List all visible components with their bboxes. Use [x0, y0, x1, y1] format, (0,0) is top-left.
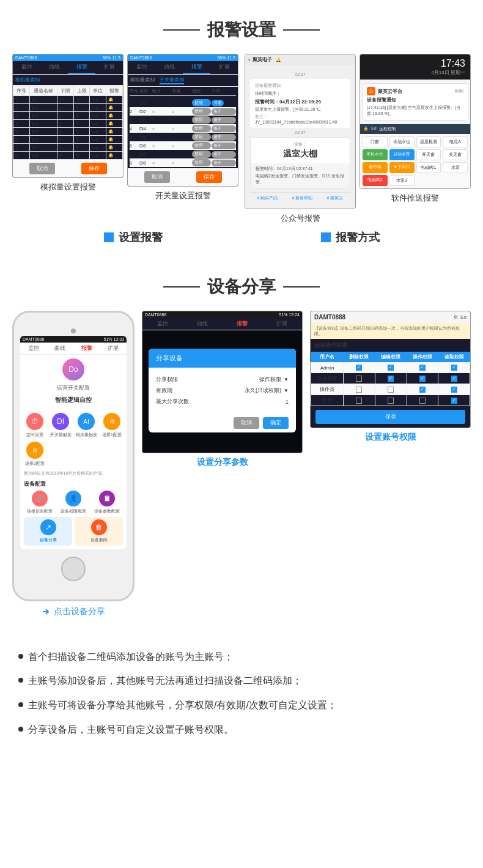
menu-analog-trigger[interactable]: AI 模拟量触发	[75, 413, 97, 438]
chat-actions[interactable]: # 购买产品 # 服务帮助 # 聚英云	[250, 192, 350, 204]
dialog-body: 分享权限 操作权限 ▼ 有效期 永久(只读权限)	[149, 368, 296, 414]
menu-link-config[interactable]: 🔗 链接信息配置	[24, 491, 55, 514]
ctrl-header: 🔒Eα远程控制	[360, 124, 470, 134]
ctrl-grid: 门窗 水池水位 温度检测 电流A 米粒水分 启动全部 开天窗 关天窗 卷帘幕 ▼…	[360, 134, 470, 188]
menu-param-config[interactable]: 📋 设备参数配置	[92, 491, 123, 514]
notif-items: 云 聚英云平台 刚刚 设备报警通知 [17:43:16] [温室大棚] 空气温度…	[360, 80, 470, 124]
alarm-tab-label[interactable]: 模拟量类别	[13, 75, 123, 86]
wechat-label: 公众号报警	[245, 213, 356, 224]
bullet-dot-2	[18, 702, 23, 707]
share-dialog-tabs: 监控 曲线 报警 扩展	[142, 318, 302, 330]
tab-monitor-big[interactable]: 监控	[20, 343, 47, 354]
bullet-item-3: 分享设备后，主账号可自定义设置子账号权限。	[18, 722, 465, 738]
tab-alarm[interactable]: 报警	[68, 61, 95, 74]
tab-curve[interactable]: 曲线	[40, 61, 68, 74]
device-subtitle: 运营开关配置	[24, 384, 123, 392]
share-dialog-wrapper: DAMT088851% 13:24 监控 曲线 报警 扩展 分享设备	[142, 311, 303, 617]
chat-content: 02:37 设备报警通知 按时间顺序： 报警时间：04月12日 22:19:29…	[245, 65, 355, 209]
app-push-screenshot: 17:43 4月13日 星期一 云 聚英云平台 刚刚 设备报警通知 [17:43…	[359, 54, 471, 224]
tab-curve-2[interactable]: 曲线	[155, 61, 183, 74]
menu-delete[interactable]: 🗑 设备删除	[75, 517, 123, 546]
big-phone: DAMT088851% 13:33 监控 曲线 报警 扩展 Do 运营开关配置	[12, 311, 135, 601]
tab-expand[interactable]: 扩展	[95, 61, 123, 74]
bullet-dot-0	[18, 654, 23, 659]
dialog-row-permission: 分享权限 操作权限 ▼	[156, 376, 289, 384]
dialog-confirm-btn[interactable]: 确定	[263, 417, 289, 429]
analog-save-btn[interactable]: 保存	[81, 163, 107, 174]
share-dialog-box: 分享设备 分享权限 操作权限 ▼ 有效期	[149, 349, 296, 432]
tab-expand-2[interactable]: 扩展	[210, 61, 238, 74]
feature-tags-row: 设置报警 报警方式	[12, 230, 471, 245]
menu-scene2[interactable]: ⚙ 场景2配置	[24, 442, 46, 467]
phone-camera	[71, 328, 76, 333]
perm-warning-text: 【设备协知】设备二维码只能扫码添加一次，当前添加的用户权限认为所有权限。	[311, 323, 470, 339]
perm-phone-header: DAMT0888 ⚙ Eα	[311, 311, 470, 323]
menu-timer[interactable]: ⏱ 定时设置	[24, 413, 46, 438]
share-dialog-overlay: 分享设备 分享权限 操作权限 ▼ 有效期	[142, 330, 302, 453]
tab-expand-big[interactable]: 扩展	[100, 343, 127, 354]
switch-save-btn[interactable]: 保存	[196, 171, 222, 183]
analog-alarm-screenshot: DAMT088856% 11:3 监控 曲线 报警 扩展 模拟量类别 序号通道名…	[12, 54, 124, 224]
dialog-title: 分享设备	[149, 349, 296, 368]
alarm-section-title: 报警设置	[12, 18, 471, 42]
menu-perm-config[interactable]: 👤 设备权限配置	[57, 491, 89, 514]
tab-curve-big[interactable]: 曲线	[47, 343, 74, 354]
feature-tag-set-alarm: 设置报警	[104, 230, 163, 245]
switch-table-body: 1DI1○○使能导通 2DI2○○禁用断开 3DI3○○禁用断开 4DI4○○禁…	[128, 97, 238, 168]
phone-home-button[interactable]	[61, 557, 86, 581]
big-phone-screen: DAMT088851% 13:33 监控 曲线 报警 扩展 Do 运营开关配置	[20, 336, 127, 549]
bullet-dot-3	[18, 727, 23, 732]
share-dialog-phone: DAMT088851% 13:24 监控 曲线 报警 扩展 分享设备	[142, 311, 303, 453]
perm-row-clerk: 文员	[311, 395, 470, 406]
device-config-label: 设备配置	[20, 479, 127, 491]
status-bar-2: DAMT088856% 11:3	[128, 54, 238, 61]
perm-row-operator: 操作员	[311, 384, 470, 395]
tab-monitor-2[interactable]: 监控	[128, 61, 155, 74]
switch-cancel-btn[interactable]: 取消	[144, 171, 170, 183]
device-icon-area: Do 运营开关配置 智能逻辑自控	[20, 355, 127, 413]
perm-table-phone: DAMT0888 ⚙ Eα 【设备协知】设备二维码只能扫码添加一次，当前添加的用…	[310, 311, 471, 428]
dialog-cancel-btn[interactable]: 取消	[234, 417, 259, 429]
auto-control-label: 智能逻辑自控	[24, 396, 123, 404]
switch-table-header: 序号通道断开导通使能方式	[128, 87, 238, 97]
menu-switch-trigger[interactable]: DI 开关量触发	[50, 413, 72, 438]
tab-alarm-2[interactable]: 报警	[183, 61, 210, 74]
tab-monitor[interactable]: 监控	[13, 61, 40, 74]
dialog-row-validity: 有效期 永久(只读权限) ▼	[156, 387, 289, 395]
arrow-icon	[42, 607, 51, 617]
share-click-label: 点击设备分享	[54, 606, 105, 617]
bullet-section: 首个扫描设备二维码添加设备的账号为主账号； 主账号添加设备后，其他账号无法再通过…	[0, 637, 483, 764]
analog-btn-row: 取消 保存	[13, 160, 123, 177]
share-section: 设备分享 DAMT088851% 13:33 监控 曲线 报警 扩展	[0, 269, 483, 637]
chat-device-card-1: 设备报警通知 按时间顺序： 报警时间：04月12日 22:19:29 温度发生上…	[250, 79, 350, 128]
dialog-btn-row: 取消 确定	[149, 414, 296, 432]
status-bar-1: DAMT088856% 11:3	[13, 54, 123, 61]
share-section-title: 设备分享	[12, 275, 471, 299]
wechat-alarm-screenshot: ‹ 聚英电子 🔔 02:37 设备报警通知 按时间顺序： 报警时间：04月12日…	[245, 54, 356, 224]
feature-tag-alarm-method: 报警方式	[321, 230, 380, 245]
switch-label: 开关量设置报警	[127, 190, 238, 201]
menu-scene1[interactable]: ⚙ 场景1配置	[101, 413, 123, 438]
tag-square-2	[321, 232, 331, 242]
chat-device-card-2: 设备： 温室大棚 报警时间：04月13日 02:37:41 电磁阀2发生报警、门…	[250, 137, 350, 188]
analog-cancel-btn[interactable]: 取消	[29, 163, 55, 174]
notice-text: 新功能仅支持2019年10月之后购买的产品。	[20, 470, 127, 479]
perm-table-wrapper: DAMT0888 ⚙ Eα 【设备协知】设备二维码只能扫码添加一次，当前添加的用…	[310, 311, 471, 617]
tab-alarm-big[interactable]: 报警	[73, 343, 100, 354]
bullet-item-0: 首个扫描设备二维码添加设备的账号为主账号；	[18, 649, 465, 665]
switch-alarm-screenshot: DAMT088856% 11:3 监控 曲线 报警 扩展 模拟量类别 开关量类别	[127, 54, 238, 224]
tag-square-1	[104, 232, 114, 242]
bullet-item-1: 主账号添加设备后，其他账号无法再通过扫描设备二维码添加；	[18, 673, 465, 689]
share-click-label-wrapper: 点击设备分享	[42, 606, 105, 617]
device-avatar: Do	[62, 358, 84, 380]
dialog-row-max-share: 最大分享次数 1	[156, 398, 289, 406]
alarm-right-pair: ‹ 聚英电子 🔔 02:37 设备报警通知 按时间顺序： 报警时间：04月12日…	[245, 54, 471, 224]
analog-label: 模拟量设置报警	[12, 182, 124, 193]
perm-save-button[interactable]: 保存	[315, 410, 465, 424]
share-dialog-status: DAMT088851% 13:24	[142, 311, 302, 318]
bullet-dot-1	[18, 678, 23, 683]
big-phone-tab-bar: 监控 曲线 报警 扩展	[20, 343, 127, 355]
alarm-section: 报警设置 DAMT088856% 11:3 监控 曲线 报警 扩展 模拟量类别	[0, 0, 483, 269]
menu-share[interactable]: ↗ 设备分享	[24, 517, 72, 546]
switch-sub-tabs: 模拟量类别 开关量类别	[128, 75, 238, 87]
